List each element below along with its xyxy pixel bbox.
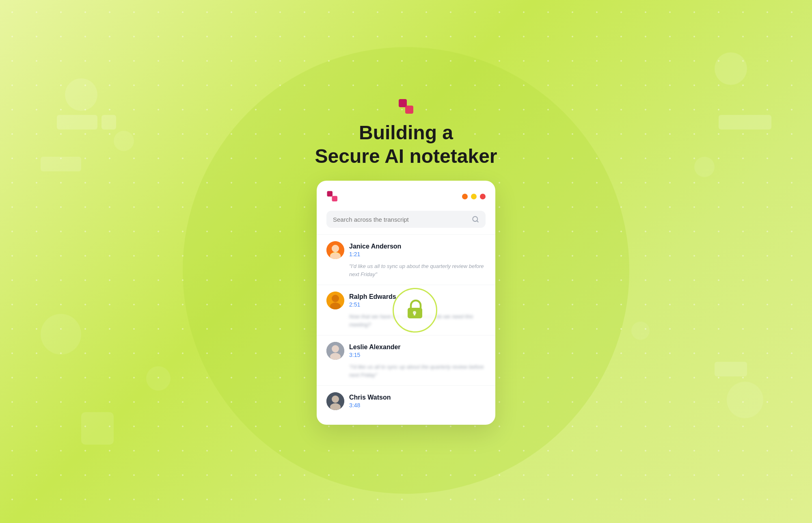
content-wrapper: Building a Secure AI notetaker <box>315 98 497 425</box>
entry-chris-name-time: Chris Watson 3:48 <box>349 394 391 408</box>
blob-8 <box>631 322 650 340</box>
traffic-light-yellow <box>471 194 477 199</box>
entry-chris: Chris Watson 3:48 <box>317 385 495 425</box>
entry-janice-time: 1:21 <box>349 251 401 257</box>
deco-rect-3 <box>41 157 81 171</box>
search-bar[interactable] <box>326 211 486 228</box>
deco-rect-2 <box>102 115 116 130</box>
svg-point-19 <box>332 345 339 352</box>
entry-leslie-header: Leslie Alexander 3:15 <box>326 342 486 360</box>
card-logo <box>326 190 339 203</box>
avatar-leslie-image <box>326 342 344 360</box>
entry-chris-name: Chris Watson <box>349 394 391 401</box>
svg-rect-3 <box>332 196 338 202</box>
transcript-list: Janice Anderson 1:21 "I'd like us all to… <box>317 234 495 425</box>
entry-chris-time: 3:48 <box>349 402 391 408</box>
avatar-ralph <box>326 292 344 309</box>
brand-logo-icon <box>398 98 414 115</box>
entry-janice-header: Janice Anderson 1:21 <box>326 241 486 259</box>
entry-leslie-text: "I'd like us all to sync up about the qu… <box>326 363 486 379</box>
lock-icon <box>405 298 425 322</box>
entry-janice-text: "I'd like us all to sync up about the qu… <box>326 262 486 278</box>
svg-rect-1 <box>405 106 413 114</box>
avatar-janice-image <box>326 241 344 259</box>
svg-rect-0 <box>399 99 407 107</box>
lock-circle <box>393 288 437 333</box>
card-logo-icon <box>326 190 339 203</box>
app-card: Janice Anderson 1:21 "I'd like us all to… <box>317 181 495 425</box>
lock-overlay <box>393 288 437 333</box>
avatar-leslie <box>326 342 344 360</box>
traffic-light-orange <box>462 194 468 199</box>
blob-7 <box>727 382 763 418</box>
entry-leslie-time: 3:15 <box>349 352 401 358</box>
blob-5 <box>715 52 747 85</box>
entry-ralph-name-time: Ralph Edwards 2:51 <box>349 293 396 308</box>
entry-leslie: Leslie Alexander 3:15 "I'd like us all t… <box>317 335 495 385</box>
entry-janice: Janice Anderson 1:21 "I'd like us all to… <box>317 234 495 285</box>
svg-rect-17 <box>414 313 415 316</box>
blob-2 <box>114 131 134 151</box>
blob-4 <box>146 366 171 391</box>
entry-leslie-name: Leslie Alexander <box>349 344 401 351</box>
blob-1 <box>65 78 97 111</box>
traffic-lights <box>462 194 486 199</box>
deco-rect-1 <box>57 115 97 130</box>
search-input[interactable] <box>333 216 469 223</box>
page-title-section: Building a Secure AI notetaker <box>315 98 497 168</box>
entry-chris-header: Chris Watson 3:48 <box>326 392 486 410</box>
page-title-line2: Secure AI notetaker <box>315 145 497 168</box>
svg-point-9 <box>332 245 339 252</box>
avatar-ralph-image <box>326 292 344 309</box>
traffic-light-red <box>480 194 486 199</box>
entry-janice-name: Janice Anderson <box>349 243 401 250</box>
entry-ralph-name: Ralph Edwards <box>349 293 396 300</box>
page-title-line1: Building a <box>315 121 497 145</box>
avatar-chris-image <box>326 392 344 410</box>
svg-point-22 <box>332 395 339 403</box>
card-header <box>317 190 495 211</box>
avatar-chris <box>326 392 344 410</box>
entry-leslie-name-time: Leslie Alexander 3:15 <box>349 344 401 358</box>
svg-line-5 <box>477 221 478 222</box>
svg-point-13 <box>332 295 339 302</box>
entry-ralph: Ralph Edwards 2:51 Now that we have the … <box>317 285 495 335</box>
deco-rect-4 <box>719 115 771 130</box>
entry-janice-name-time: Janice Anderson 1:21 <box>349 243 401 257</box>
blob-3 <box>41 314 81 354</box>
svg-rect-2 <box>327 191 333 197</box>
deco-rect-5 <box>81 412 114 445</box>
avatar-janice <box>326 241 344 259</box>
entry-ralph-time: 2:51 <box>349 301 396 308</box>
logo-mark <box>315 98 497 115</box>
deco-rect-6 <box>715 362 747 376</box>
search-icon <box>472 216 479 223</box>
